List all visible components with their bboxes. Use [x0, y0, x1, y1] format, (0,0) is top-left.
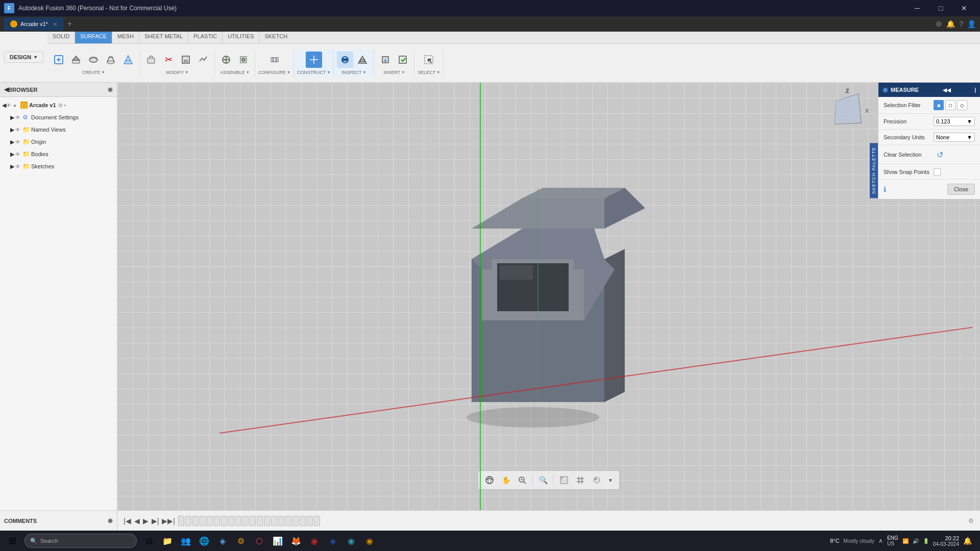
- measure-pin-icon[interactable]: |: [974, 87, 976, 93]
- taskbar-edge[interactable]: 🌐: [196, 533, 212, 549]
- taskbar-app6[interactable]: ◈: [325, 533, 341, 549]
- precision-dropdown[interactable]: 0.123 ▼: [934, 117, 975, 126]
- modify-btn2[interactable]: ✂: [160, 52, 177, 68]
- taskbar-search-bar[interactable]: 🔍 Search: [24, 534, 137, 548]
- zoom-btn[interactable]: 🔍: [536, 473, 550, 487]
- tab-sheet-metal[interactable]: SHEET METAL: [139, 32, 188, 43]
- timeline-tick-7[interactable]: [221, 516, 227, 526]
- start-button[interactable]: ⊞: [4, 533, 20, 549]
- settings-cog-icon[interactable]: ⚙: [58, 103, 63, 108]
- measure-expand-icon[interactable]: ◀◀: [943, 87, 951, 93]
- select-btn1[interactable]: [421, 52, 437, 68]
- tab-surface[interactable]: SURFACE: [75, 32, 112, 43]
- browser-item-document-settings[interactable]: ▶ 👁 ⚙ Document Settings: [0, 111, 117, 123]
- taskbar-app1[interactable]: ⚙: [233, 533, 249, 549]
- timeline-settings-icon[interactable]: ⚙: [968, 517, 974, 524]
- construct-label[interactable]: CONSTRUCT ▼: [297, 70, 330, 75]
- timeline-start-btn[interactable]: |◀: [124, 517, 131, 525]
- snap-points-checkbox[interactable]: [934, 168, 941, 176]
- vis-icon5[interactable]: 👁: [15, 164, 22, 169]
- measure-close-button[interactable]: Close: [947, 184, 975, 195]
- timeline-tick-4[interactable]: [200, 516, 206, 526]
- inspect-btn1[interactable]: [337, 52, 353, 68]
- viewcube-face-front[interactable]: [834, 93, 862, 124]
- taskbar-app2[interactable]: ⬡: [251, 533, 267, 549]
- viewcube[interactable]: Z X: [827, 90, 868, 131]
- timeline-tick-19[interactable]: [307, 516, 313, 526]
- inspect-btn2[interactable]: [354, 52, 371, 68]
- insert-btn2[interactable]: [395, 52, 411, 68]
- browser-collapse-icon[interactable]: ◀: [4, 86, 8, 93]
- pan-btn[interactable]: ✋: [499, 473, 513, 487]
- browser-item-named-views[interactable]: ▶ 👁 📁 Named Views: [0, 123, 117, 136]
- visibility-icon[interactable]: 👁: [6, 103, 13, 108]
- maximize-button[interactable]: □: [929, 0, 952, 16]
- boundary-fill-btn[interactable]: [120, 52, 136, 68]
- settings-icon[interactable]: ⚙: [936, 20, 942, 28]
- timeline-end-btn[interactable]: ▶▶|: [162, 517, 175, 525]
- task-view-button[interactable]: ⊟: [141, 533, 157, 549]
- system-icons[interactable]: ∧: [878, 537, 883, 544]
- timeline-tick-5[interactable]: [207, 516, 213, 526]
- filter-edge-btn[interactable]: ◇: [957, 100, 967, 110]
- create-label[interactable]: CREATE ▼: [82, 70, 105, 75]
- timeline-tick-17[interactable]: [292, 516, 299, 526]
- close-button[interactable]: ✕: [952, 0, 976, 16]
- tab-sketch[interactable]: SKETCH: [259, 32, 292, 43]
- appearance-btn[interactable]: [590, 473, 604, 487]
- assemble-label[interactable]: ASSEMBLE ▼: [220, 70, 249, 75]
- timeline-next-btn[interactable]: ▶|: [152, 517, 159, 525]
- vis-icon2[interactable]: 👁: [15, 127, 22, 133]
- orbit-btn[interactable]: [482, 473, 497, 487]
- notification-icon[interactable]: 🔔: [963, 537, 972, 545]
- timeline-prev-btn[interactable]: ◀: [134, 517, 140, 525]
- active-tab[interactable]: Arcade v1* ✕: [4, 17, 63, 31]
- timeline-tick-13[interactable]: [264, 516, 270, 526]
- extrude-btn[interactable]: [68, 52, 84, 68]
- timeline-tick-18[interactable]: [300, 516, 306, 526]
- display-mode-btn[interactable]: [557, 473, 571, 487]
- help-icon[interactable]: ?: [959, 20, 963, 28]
- minimize-button[interactable]: ─: [905, 0, 929, 16]
- timeline-tick-11[interactable]: [250, 516, 256, 526]
- network-icon[interactable]: 📶: [902, 538, 909, 544]
- configure-btn1[interactable]: [266, 52, 283, 68]
- taskbar-teams[interactable]: 👥: [178, 533, 194, 549]
- assemble-btn1[interactable]: [218, 52, 234, 68]
- notifications-icon[interactable]: 🔔: [946, 20, 955, 28]
- timeline-tick-15[interactable]: [278, 516, 284, 526]
- timeline-tick-1[interactable]: [178, 516, 184, 526]
- secondary-units-dropdown[interactable]: None ▼: [934, 133, 975, 142]
- clear-selection-button[interactable]: ↺: [934, 148, 946, 161]
- modify-label[interactable]: MODIFY ▼: [166, 70, 188, 75]
- timeline-tick-6[interactable]: [214, 516, 220, 526]
- timeline-tick-3[interactable]: [192, 516, 199, 526]
- comments-pin-icon[interactable]: ◉: [108, 517, 113, 524]
- design-mode-button[interactable]: DESIGN ▼: [4, 52, 43, 63]
- taskbar-app7[interactable]: ◉: [343, 533, 359, 549]
- construct-btn1[interactable]: [306, 52, 322, 68]
- add-icon[interactable]: +: [64, 103, 67, 108]
- timeline-tick-2[interactable]: [185, 516, 191, 526]
- sketch-palette-tab[interactable]: SKETCH PALETTE: [870, 143, 878, 198]
- taskbar-app8[interactable]: ◉: [361, 533, 378, 549]
- configure-label[interactable]: CONFIGURE ▼: [258, 70, 290, 75]
- new-tab-button[interactable]: +: [67, 19, 72, 29]
- taskbar-app4[interactable]: 🦊: [288, 533, 304, 549]
- zoom-fit-btn[interactable]: [515, 473, 529, 487]
- browser-item-root[interactable]: ◀ 👁 ● ◻ Arcade v1 ⚙ +: [0, 99, 117, 111]
- volume-icon[interactable]: 🔊: [913, 538, 919, 544]
- timeline-tick-20[interactable]: [314, 516, 320, 526]
- select-label[interactable]: SELECT ▼: [418, 70, 440, 75]
- insert-btn1[interactable]: [377, 52, 394, 68]
- taskbar-vscode[interactable]: ◈: [214, 533, 231, 549]
- timeline-tick-14[interactable]: [271, 516, 277, 526]
- timeline-tick-9[interactable]: [235, 516, 241, 526]
- tab-close-button[interactable]: ✕: [53, 21, 57, 27]
- battery-icon[interactable]: 🔋: [923, 538, 929, 544]
- filter-face-btn[interactable]: □: [945, 100, 955, 110]
- timeline-tick-10[interactable]: [242, 516, 249, 526]
- vis-icon3[interactable]: 👁: [15, 139, 22, 145]
- tab-solid[interactable]: SOLID: [47, 32, 75, 43]
- browser-item-bodies[interactable]: ▶ 👁 📁 Bodies: [0, 148, 117, 160]
